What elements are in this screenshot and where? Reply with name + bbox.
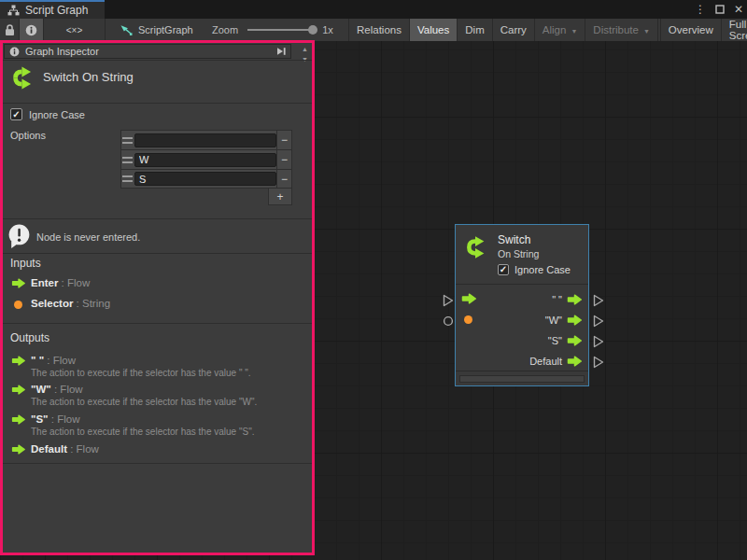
carry-button[interactable]: Carry — [492, 19, 534, 41]
script-graph-tab-icon — [7, 5, 20, 16]
scroll-up-icon[interactable]: ▲ — [299, 44, 311, 54]
port-label-default: Default — [529, 356, 562, 367]
zoom-slider-track[interactable] — [247, 29, 315, 31]
options-list: − − − + — [120, 130, 292, 205]
distribute-button[interactable]: Distribute▼ — [585, 19, 657, 41]
window-controls: ⋮ ✕ — [695, 0, 743, 19]
values-button[interactable]: Values — [409, 19, 457, 41]
window-menu-icon[interactable]: ⋮ — [695, 0, 706, 19]
option-row: − — [120, 149, 292, 169]
add-option-button[interactable]: + — [268, 189, 292, 205]
flow-port-icon — [11, 385, 26, 395]
node-output-port-w[interactable] — [593, 315, 604, 328]
unity-window: Script Graph ⋮ ✕ <×> ScriptGraph Zoom — [0, 0, 747, 560]
graph-inspector-panel: Graph Inspector ▲ ▼ Switch On String ✓ I… — [0, 40, 315, 555]
tab-title: Script Graph — [25, 4, 88, 17]
ignore-case-label: Ignore Case — [29, 109, 85, 120]
remove-option-button[interactable]: − — [276, 169, 291, 189]
input-row-enter: Enter : Flow — [3, 276, 312, 291]
option-value-input[interactable] — [134, 133, 276, 147]
zoom-control: Zoom 1x — [212, 19, 333, 41]
window-maximize-icon[interactable] — [715, 5, 725, 14]
divider — [3, 463, 312, 464]
lock-button[interactable] — [0, 19, 20, 41]
window-close-icon[interactable]: ✕ — [734, 0, 743, 19]
flow-port-icon — [11, 444, 26, 455]
divider — [3, 103, 312, 104]
string-port-icon — [14, 301, 22, 309]
divider — [3, 323, 312, 324]
output-desc: The action to execute if the selector ha… — [31, 368, 304, 378]
options-label: Options — [10, 130, 46, 141]
zoom-slider-handle[interactable] — [308, 25, 317, 35]
option-value-input[interactable] — [134, 172, 276, 186]
node-ignore-case-checkbox[interactable]: ✓ — [498, 264, 509, 275]
flow-port-icon — [11, 278, 26, 288]
flow-out-arrow-icon[interactable] — [567, 335, 583, 346]
check-icon: ✓ — [500, 265, 507, 274]
toolbar-buttons: Relations Values Dim Carry Align▼ Distri… — [348, 19, 747, 41]
remove-option-button[interactable]: − — [276, 131, 291, 150]
ignore-case-checkbox[interactable]: ✓ — [10, 108, 22, 120]
dim-button[interactable]: Dim — [457, 19, 491, 41]
node-header[interactable]: Switch On String ✓ Ignore Case — [456, 225, 588, 285]
relations-button[interactable]: Relations — [348, 19, 409, 41]
node-output-port-default[interactable] — [593, 356, 604, 369]
node-ignore-case-label: Ignore Case — [514, 264, 571, 275]
dock-right-icon — [276, 47, 287, 56]
graph-breadcrumb[interactable]: ScriptGraph — [120, 19, 193, 41]
node-output-port-space[interactable] — [593, 294, 604, 307]
output-row-w: "W" : Flow — [3, 383, 312, 398]
node-output-port-s[interactable] — [593, 335, 604, 348]
flow-out-arrow-icon[interactable] — [567, 356, 583, 367]
output-row-space: " " : Flow — [3, 354, 312, 369]
tab-script-graph[interactable]: Script Graph — [0, 0, 105, 19]
drag-handle-icon[interactable] — [121, 157, 134, 163]
flow-in-arrow-icon[interactable] — [461, 293, 477, 304]
info-icon — [9, 47, 20, 57]
output-row-s: "S" : Flow — [3, 413, 312, 427]
port-label-w: "W" — [545, 315, 562, 326]
flow-out-arrow-icon[interactable] — [567, 315, 583, 326]
flow-out-arrow-icon[interactable] — [567, 294, 583, 305]
inspector-header-title: Graph Inspector — [25, 46, 99, 57]
graph-toolbar: <×> ScriptGraph Zoom 1x Relations Values… — [0, 19, 747, 41]
chevron-down-icon: ▼ — [571, 28, 577, 35]
node-input-flow-port[interactable] — [443, 294, 454, 307]
script-graph-asset-icon — [120, 24, 133, 36]
panel-scrollbar: ▲ ▼ — [299, 44, 311, 66]
align-button[interactable]: Align▼ — [534, 19, 585, 41]
output-desc: The action to execute if the selector ha… — [31, 397, 304, 407]
warning-box: Node is never entered. — [3, 218, 312, 254]
node-title: Switch — [498, 233, 530, 246]
titlebar: Script Graph ⋮ ✕ — [0, 0, 747, 19]
zoom-slider[interactable] — [247, 25, 315, 35]
warning-bubble-icon — [7, 223, 33, 249]
node-ports: " " "W" "S" — [456, 285, 588, 371]
drag-handle-icon[interactable] — [121, 175, 134, 182]
option-value-input[interactable] — [134, 153, 276, 167]
zoom-value: 1x — [322, 24, 333, 35]
overview-button[interactable]: Overview — [660, 19, 721, 41]
full-screen-button[interactable]: Full Screen — [721, 19, 747, 41]
switch-on-string-node[interactable]: Switch On String ✓ Ignore Case " " — [455, 224, 589, 386]
inspector-toggle-button[interactable] — [20, 19, 44, 41]
lock-icon — [4, 23, 16, 36]
node-subtitle: On String — [498, 248, 539, 259]
code-icon: <×> — [66, 25, 83, 35]
remove-option-button[interactable]: − — [276, 150, 291, 170]
inspector-node-title: Switch On String — [43, 70, 134, 84]
info-icon — [25, 24, 37, 36]
selector-dot-icon[interactable] — [464, 315, 472, 324]
option-row: − — [120, 130, 292, 149]
inspector-header: Graph Inspector — [4, 44, 291, 59]
output-row-default: Default : Flow — [3, 442, 312, 457]
flow-port-icon — [11, 356, 26, 366]
flow-port-icon — [11, 414, 26, 425]
zoom-label: Zoom — [212, 24, 238, 35]
drag-handle-icon[interactable] — [121, 137, 134, 144]
dock-panel-button[interactable] — [274, 46, 289, 57]
outputs-header: Outputs — [10, 331, 49, 344]
node-selector-port[interactable] — [443, 315, 454, 327]
code-view-button[interactable]: <×> — [44, 19, 106, 41]
